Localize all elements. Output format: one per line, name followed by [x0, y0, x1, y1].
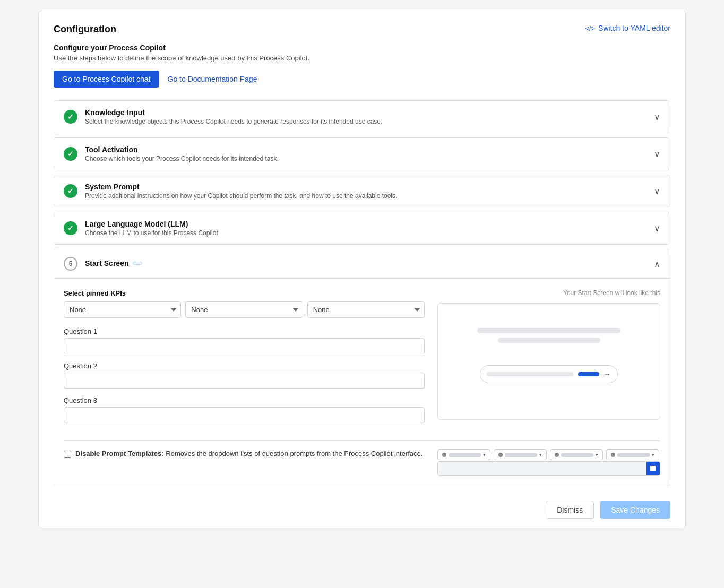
question-1-label: Question 1 [64, 327, 425, 335]
preview-panel: → [437, 303, 660, 420]
disable-templates-checkbox[interactable] [64, 451, 71, 458]
preview-skeleton-2 [498, 338, 600, 343]
header: Configuration </> Switch to YAML editor [54, 24, 670, 35]
knowledge-input-header[interactable]: Knowledge Input Select the knowledge obj… [54, 101, 670, 133]
save-changes-button[interactable]: Save Changes [600, 501, 670, 519]
preview-search-highlight [578, 372, 599, 376]
llm-check-icon [64, 221, 77, 235]
mini-preview-area: ▾ ▾ ▾ [437, 449, 660, 476]
footer-actions: Dismiss Save Changes [54, 497, 670, 519]
kpi-label: Select pinned KPIs [64, 289, 425, 297]
start-screen-step-number: 5 [64, 257, 77, 271]
tool-activation-check-icon [64, 147, 77, 161]
mini-kpi-select-4: ▾ [606, 449, 659, 460]
start-screen-header[interactable]: 5 Start Screen ∧ [54, 249, 670, 278]
mini-search-bar [437, 461, 660, 476]
kpi-select-2[interactable]: None Option A Option B [185, 301, 303, 318]
llm-title: Large Language Model (LLM) [85, 220, 220, 228]
llm-header[interactable]: Large Language Model (LLM) Choose the LL… [54, 212, 670, 244]
question-3-group: Question 3 [64, 396, 425, 423]
system-prompt-check-icon [64, 184, 77, 198]
mini-kpi-select-1: ▾ [437, 449, 490, 460]
knowledge-input-check-icon [64, 110, 77, 124]
start-screen-section: 5 Start Screen ∧ Select pinned KPIs [54, 249, 670, 486]
bottom-row: Disable Prompt Templates: Removes the dr… [64, 449, 660, 476]
question-1-input[interactable] [64, 338, 425, 354]
preview-label: Your Start Screen will look like this [437, 289, 660, 297]
config-subtitle: Configure your Process Copilot [54, 44, 670, 52]
configuration-panel: Configuration </> Switch to YAML editor … [38, 11, 686, 528]
mini-kpi-row: ▾ ▾ ▾ [437, 449, 660, 460]
tool-activation-section: Tool Activation Choose which tools your … [54, 137, 670, 170]
system-prompt-subtitle: Provide additional instructions on how y… [85, 192, 397, 200]
accordion-left: Knowledge Input Select the knowledge obj… [64, 108, 382, 125]
tool-activation-subtitle: Choose which tools your Process Copilot … [85, 155, 279, 162]
tool-activation-title: Tool Activation [85, 145, 279, 154]
start-screen-left: Select pinned KPIs None Option A Option … [64, 289, 425, 431]
go-to-chat-button[interactable]: Go to Process Copilot chat [54, 71, 159, 88]
system-prompt-chevron: ∨ [654, 186, 660, 196]
action-buttons: Go to Process Copilot chat Go to Documen… [54, 71, 670, 88]
recommended-badge [133, 262, 142, 265]
start-screen-title: Start Screen [85, 259, 142, 267]
tool-activation-header[interactable]: Tool Activation Choose which tools your … [54, 138, 670, 170]
mini-search-fill [438, 462, 646, 475]
kpi-select-3[interactable]: None Option A Option B [307, 301, 425, 318]
system-prompt-title: System Prompt [85, 183, 397, 191]
kpi-select-1[interactable]: None Option A Option B [64, 301, 181, 318]
knowledge-input-title: Knowledge Input [85, 108, 382, 117]
disable-templates-row: Disable Prompt Templates: Removes the dr… [64, 449, 423, 458]
mini-kpi-select-3: ▾ [550, 449, 603, 460]
question-2-input[interactable] [64, 373, 425, 389]
knowledge-input-subtitle: Select the knowledge objects this Proces… [85, 118, 382, 125]
preview-arrow-icon: → [604, 370, 611, 378]
question-2-label: Question 2 [64, 362, 425, 370]
tool-activation-chevron: ∨ [654, 149, 660, 159]
start-screen-right: Your Start Screen will look like this → [437, 289, 660, 431]
config-description: Use the steps below to define the scope … [54, 54, 670, 62]
llm-chevron: ∨ [654, 223, 660, 234]
knowledge-input-chevron: ∨ [654, 112, 660, 122]
preview-search-fill [487, 372, 574, 376]
section-divider [64, 440, 660, 441]
question-1-group: Question 1 [64, 327, 425, 354]
go-to-docs-link[interactable]: Go to Documentation Page [168, 75, 257, 83]
start-screen-chevron: ∧ [654, 259, 660, 269]
yaml-editor-link[interactable]: </> Switch to YAML editor [585, 24, 670, 32]
llm-subtitle: Choose the LLM to use for this Process C… [85, 229, 220, 237]
code-icon: </> [585, 24, 595, 32]
question-3-input[interactable] [64, 407, 425, 423]
page-title: Configuration [54, 24, 116, 35]
kpi-dropdowns: None Option A Option B None Option A Opt… [64, 301, 425, 318]
knowledge-input-section: Knowledge Input Select the knowledge obj… [54, 100, 670, 133]
start-screen-grid: Select pinned KPIs None Option A Option … [64, 289, 660, 431]
question-2-group: Question 2 [64, 362, 425, 389]
mini-search-btn [646, 462, 660, 475]
preview-skeleton-1 [477, 328, 620, 333]
preview-search-bar: → [480, 365, 618, 383]
system-prompt-header[interactable]: System Prompt Provide additional instruc… [54, 175, 670, 207]
mini-kpi-select-2: ▾ [494, 449, 547, 460]
dismiss-button[interactable]: Dismiss [546, 501, 594, 519]
disable-templates-label: Disable Prompt Templates: Removes the dr… [75, 449, 423, 457]
question-3-label: Question 3 [64, 396, 425, 404]
system-prompt-section: System Prompt Provide additional instruc… [54, 175, 670, 207]
start-screen-body: Select pinned KPIs None Option A Option … [54, 278, 670, 486]
llm-section: Large Language Model (LLM) Choose the LL… [54, 212, 670, 245]
